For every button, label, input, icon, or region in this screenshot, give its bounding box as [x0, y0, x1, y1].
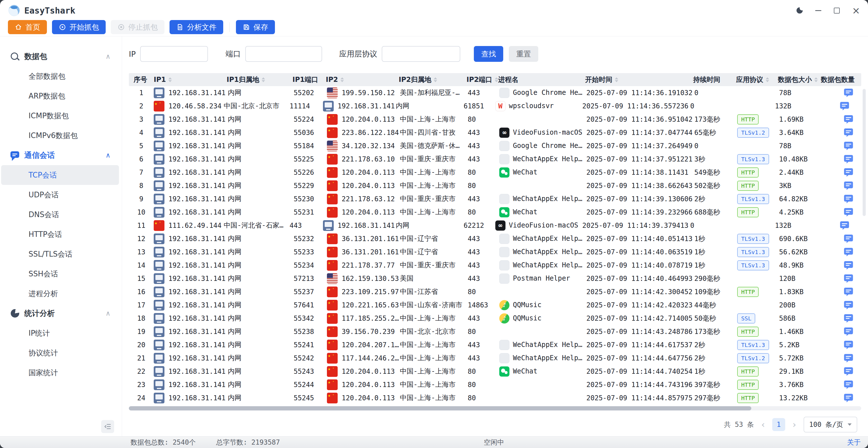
- packet-detail-icon[interactable]: [844, 168, 853, 177]
- packet-detail-icon[interactable]: [844, 181, 853, 190]
- chevron-up-icon[interactable]: [105, 53, 111, 60]
- sidebar-item-1-2[interactable]: DNS会话: [1, 205, 119, 225]
- stop-capture-button[interactable]: 停止抓包: [111, 20, 164, 34]
- packet-detail-icon[interactable]: [844, 354, 853, 363]
- packet-detail-icon[interactable]: [844, 288, 853, 296]
- packet-detail-icon[interactable]: [844, 261, 853, 270]
- page-size-select[interactable]: 100 条/页: [804, 417, 857, 433]
- sort-caret-icon[interactable]: [261, 77, 265, 82]
- packet-detail-icon[interactable]: [844, 274, 853, 283]
- vertical-scrollbar[interactable]: [863, 89, 866, 216]
- sidebar-item-0-1[interactable]: ARP数据包: [1, 86, 119, 106]
- packet-detail-icon[interactable]: [844, 341, 853, 349]
- table-row[interactable]: 14192.168.31.141内网55234221.178.37.77中国-重…: [129, 259, 861, 272]
- sort-caret-icon[interactable]: [495, 77, 498, 82]
- horizontal-scrollbar[interactable]: [129, 406, 861, 410]
- column-header[interactable]: IP2归属地: [399, 75, 466, 84]
- current-page-button[interactable]: 1: [772, 418, 785, 431]
- table-row[interactable]: 2120.46.58.234中国-北京-北京市11114192.168.31.1…: [129, 99, 861, 113]
- column-header[interactable]: IP2: [326, 76, 399, 83]
- column-header[interactable]: IP1归属地: [227, 75, 292, 84]
- table-row[interactable]: 22192.168.31.141内网55243120.204.0.113中国-上…: [129, 365, 861, 378]
- column-header[interactable]: 开始时间: [585, 75, 693, 84]
- sidebar-group-0[interactable]: 数据包: [0, 46, 122, 66]
- home-button[interactable]: 首页: [8, 20, 47, 34]
- sidebar-item-1-1[interactable]: UDP会话: [1, 185, 119, 205]
- table-row[interactable]: 10192.168.31.141内网55231120.204.0.113中国-上…: [129, 206, 861, 219]
- sidebar-item-0-3[interactable]: ICMPv6数据包: [1, 126, 119, 145]
- packet-detail-icon[interactable]: [844, 89, 853, 97]
- ip-filter-input[interactable]: [140, 46, 208, 62]
- table-row[interactable]: 11111.62.49.144中国-河北省-石家庄…443192.168.31.…: [129, 219, 861, 232]
- sidebar-item-0-0[interactable]: 全部数据包: [1, 66, 119, 86]
- sort-caret-icon[interactable]: [168, 77, 172, 82]
- port-filter-input[interactable]: [245, 46, 322, 62]
- packet-detail-icon[interactable]: [844, 394, 853, 402]
- packet-detail-icon[interactable]: [844, 129, 853, 137]
- column-header[interactable]: 应用协议: [736, 75, 778, 84]
- sort-caret-icon[interactable]: [434, 77, 437, 82]
- chevron-up-icon[interactable]: [105, 151, 111, 159]
- table-row[interactable]: 15192.168.31.141内网57213162.159.130.53美国4…: [129, 272, 861, 285]
- sidebar-item-0-2[interactable]: ICMP数据包: [1, 106, 119, 126]
- table-row[interactable]: 8192.168.31.141内网55229120.204.0.113中国-上海…: [129, 179, 861, 192]
- chevron-up-icon[interactable]: [105, 309, 111, 317]
- close-button[interactable]: ×: [852, 8, 860, 13]
- horizontal-scrollbar-thumb[interactable]: [129, 406, 751, 410]
- sort-caret-icon[interactable]: [340, 77, 344, 82]
- prev-page-button[interactable]: ‹: [761, 422, 765, 427]
- sort-caret-icon[interactable]: [814, 77, 818, 82]
- packet-detail-icon[interactable]: [844, 208, 853, 216]
- sidebar-item-1-4[interactable]: SSL/TLS会话: [1, 244, 119, 264]
- column-header[interactable]: IP1: [154, 76, 227, 83]
- sidebar-item-2-1[interactable]: 协议统计: [1, 343, 119, 363]
- maximize-button[interactable]: [834, 8, 840, 13]
- protocol-filter-input[interactable]: [382, 46, 460, 62]
- column-header[interactable]: IP2端口: [466, 75, 498, 84]
- table-row[interactable]: 19192.168.31.141内网5523839.156.70.239中国-北…: [129, 325, 861, 338]
- table-row[interactable]: 1192.168.31.141内网55202199.59.150.12美国-加利…: [129, 86, 861, 99]
- table-row[interactable]: 13192.168.31.141内网5523336.131.201.161中国-…: [129, 245, 861, 259]
- packet-detail-icon[interactable]: [840, 102, 849, 110]
- sidebar-item-1-0[interactable]: TCP会话: [1, 165, 119, 185]
- analyze-file-button[interactable]: 分析文件: [169, 20, 223, 34]
- dark-mode-toggle-icon[interactable]: [797, 7, 803, 13]
- table-row[interactable]: 23192.168.31.141内网55244120.204.0.113中国-上…: [129, 378, 861, 391]
- sidebar-item-1-5[interactable]: SSH会话: [1, 264, 119, 284]
- packet-detail-icon[interactable]: [844, 142, 853, 150]
- sort-caret-icon[interactable]: [615, 77, 618, 82]
- table-row[interactable]: 9192.168.31.141内网55230221.178.63.12中国-重庆…: [129, 192, 861, 206]
- table-row[interactable]: 21192.168.31.141内网55242117.144.246.2…中国-…: [129, 351, 861, 365]
- column-header[interactable]: 数据包大小: [778, 75, 821, 84]
- sidebar-item-2-0[interactable]: IP统计: [1, 323, 119, 343]
- about-link[interactable]: 关于: [847, 438, 861, 447]
- sidebar-item-1-6[interactable]: 进程分析: [1, 284, 119, 304]
- next-page-button[interactable]: ›: [793, 422, 796, 427]
- sort-caret-icon[interactable]: [766, 77, 769, 82]
- table-row[interactable]: 12192.168.31.141内网5523236.131.201.161中国-…: [129, 232, 861, 245]
- sidebar-item-1-3[interactable]: HTTP会话: [1, 225, 119, 244]
- packet-detail-icon[interactable]: [844, 381, 853, 389]
- packet-detail-icon[interactable]: [844, 367, 853, 376]
- table-row[interactable]: 18192.168.31.141内网55342117.185.255.2…中国-…: [129, 312, 861, 325]
- table-row[interactable]: 3192.168.31.141内网55224120.204.0.113中国-上海…: [129, 113, 861, 126]
- table-row[interactable]: 4192.168.31.141内网55036223.86.122.184中国-四…: [129, 126, 861, 139]
- table-row[interactable]: 24192.168.31.141内网55245120.204.0.113中国-上…: [129, 391, 861, 405]
- packet-detail-icon[interactable]: [844, 248, 853, 256]
- packet-detail-icon[interactable]: [840, 221, 849, 230]
- reset-button[interactable]: 重置: [509, 46, 538, 62]
- start-capture-button[interactable]: 开始抓包: [52, 20, 106, 34]
- sidebar-item-2-2[interactable]: 国家统计: [1, 363, 119, 382]
- packet-detail-icon[interactable]: [844, 115, 853, 124]
- table-row[interactable]: 17192.168.31.141内网57641120.221.165.63中国-…: [129, 298, 861, 312]
- packet-detail-icon[interactable]: [844, 235, 853, 243]
- table-row[interactable]: 20192.168.31.141内网55241120.204.207.1…中国-…: [129, 338, 861, 351]
- table-row[interactable]: 5192.168.31.141内网5518434.120.32.134美国-德克…: [129, 139, 861, 152]
- minimize-button[interactable]: [815, 10, 822, 11]
- sidebar-group-2[interactable]: 统计分析: [0, 304, 122, 323]
- collapse-sidebar-button[interactable]: [101, 420, 114, 433]
- search-button[interactable]: 查找: [474, 46, 503, 62]
- packet-detail-icon[interactable]: [844, 155, 853, 164]
- packet-detail-icon[interactable]: [844, 314, 853, 323]
- packet-detail-icon[interactable]: [844, 195, 853, 203]
